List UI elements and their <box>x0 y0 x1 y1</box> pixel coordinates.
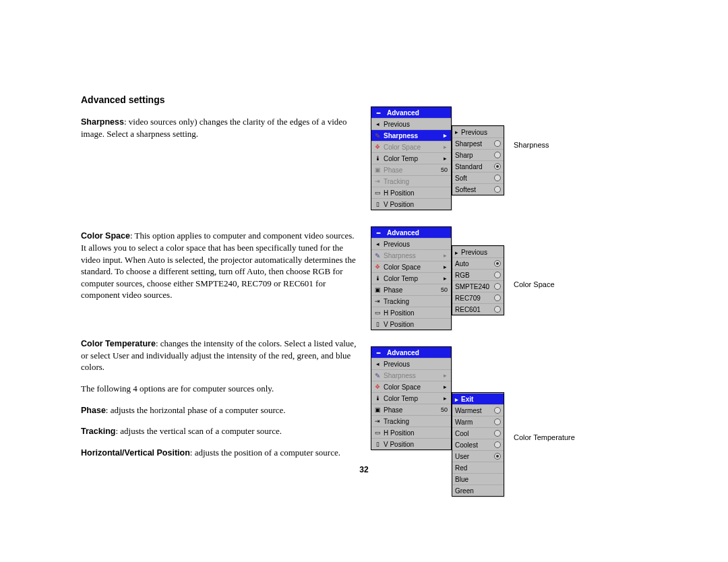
dots-icon <box>374 108 382 117</box>
menu-item-sharpness[interactable]: Sharpness <box>371 369 451 381</box>
menu-item-colortemp[interactable]: Color Temp <box>371 152 451 164</box>
menu-title: Advanced <box>371 347 451 358</box>
menu-item-colorspace[interactable]: Color Space <box>371 141 451 152</box>
submenu-option[interactable]: REC601 <box>452 303 504 315</box>
submenu-option[interactable]: Auto <box>452 257 504 269</box>
vpos-icon <box>373 320 382 328</box>
submenu-option[interactable]: SMPTE240 <box>452 280 504 292</box>
tracking-icon <box>373 177 382 185</box>
menu-item-sharpness[interactable]: Sharpness <box>371 249 451 261</box>
submenu-option[interactable]: RGB <box>452 269 504 280</box>
paragraph-colortemp: Color Temperature: changes the intensity… <box>81 338 357 373</box>
radio-icon <box>494 418 501 425</box>
paragraph-sharpness: Sharpness: video sources only) changes t… <box>81 116 357 139</box>
caret-right-icon <box>441 132 449 139</box>
radio-icon <box>494 260 501 267</box>
menu-item-phase[interactable]: Phase50 <box>371 284 451 295</box>
radio-icon <box>494 283 501 290</box>
tracking-icon <box>373 297 382 305</box>
submenu-option[interactable]: REC709 <box>452 292 504 303</box>
submenu-option[interactable]: Blue <box>452 473 504 485</box>
pen-icon <box>373 371 382 379</box>
caret-left-icon <box>373 120 382 128</box>
term-colorspace: Color Space <box>81 231 130 241</box>
radio-icon <box>494 453 501 460</box>
submenu-option[interactable]: Warmest <box>452 404 504 416</box>
submenu-option[interactable]: Softest <box>452 183 504 195</box>
menu-item-colorspace[interactable]: Color Space <box>371 261 451 272</box>
caret-right-icon <box>441 275 449 282</box>
submenu-option[interactable]: Standard <box>452 160 504 172</box>
figure-column: Advanced Previous Sharpness Color Space … <box>371 94 667 513</box>
caret-right-icon <box>441 263 449 270</box>
submenu-option[interactable]: Coolest <box>452 439 504 450</box>
caret-right-icon <box>441 383 449 390</box>
menu-item-vpos[interactable]: V Position <box>371 438 451 449</box>
radio-icon <box>494 441 501 448</box>
submenu-option[interactable]: Sharp <box>452 149 504 160</box>
caption-colorspace: Color Space <box>514 280 555 288</box>
paragraph-hvpos: Horizontal/Vertical Position: adjusts th… <box>81 447 357 459</box>
menu-item-hpos[interactable]: H Position <box>371 187 451 198</box>
caret-right-icon <box>441 144 449 150</box>
menu-title: Advanced <box>371 107 451 118</box>
menu-item-phase[interactable]: Phase50 <box>371 404 451 415</box>
submenu-option[interactable]: Green <box>452 485 504 496</box>
caret-right-icon <box>441 252 449 259</box>
menu-item-vpos[interactable]: V Position <box>371 318 451 330</box>
radio-icon <box>494 186 501 193</box>
radio-icon <box>494 407 501 414</box>
menu-item-previous[interactable]: Previous <box>371 238 451 249</box>
radio-icon <box>494 152 501 158</box>
thermometer-icon <box>373 154 382 162</box>
colortemp-submenu: Exit Warmest Warm Cool Coolest User Red … <box>452 392 504 497</box>
menu-item-hpos[interactable]: H Position <box>371 427 451 438</box>
submenu-option[interactable]: User <box>452 450 504 462</box>
menu-item-colorspace[interactable]: Color Space <box>371 381 451 392</box>
submenu-option[interactable]: Sharpest <box>452 137 504 149</box>
vpos-icon <box>373 440 382 448</box>
submenu-option[interactable]: Warm <box>452 416 504 427</box>
advanced-menu-1: Advanced Previous Sharpness Color Space … <box>371 106 452 210</box>
menu-item-tracking[interactable]: Tracking <box>371 175 451 187</box>
paragraph-following: The following 4 options are for computer… <box>81 383 357 395</box>
submenu-option[interactable]: Soft <box>452 172 504 183</box>
phase-icon <box>373 406 382 414</box>
menu-item-vpos[interactable]: V Position <box>371 198 451 210</box>
menu-item-colortemp[interactable]: Color Temp <box>371 272 451 284</box>
submenu-exit[interactable]: Exit <box>452 393 504 404</box>
thermometer-icon <box>373 394 382 402</box>
hpos-icon <box>373 189 382 197</box>
vpos-icon <box>373 200 382 208</box>
menu-item-previous[interactable]: Previous <box>371 118 451 129</box>
page-heading: Advanced settings <box>81 94 357 105</box>
palette-icon <box>373 263 382 271</box>
radio-icon <box>494 294 501 301</box>
submenu-option[interactable]: Cool <box>452 427 504 439</box>
caret-left-icon <box>373 240 382 248</box>
phase-icon <box>373 286 382 294</box>
caret-left-icon <box>373 360 382 368</box>
menu-item-previous[interactable]: Previous <box>371 358 451 369</box>
hpos-icon <box>373 309 382 317</box>
sharpness-submenu: Previous Sharpest Sharp Standard Soft So… <box>452 125 504 195</box>
menu-item-tracking[interactable]: Tracking <box>371 415 451 427</box>
menu-item-sharpness[interactable]: Sharpness <box>371 129 451 141</box>
page-number: 32 <box>0 465 728 474</box>
menu-item-hpos[interactable]: H Position <box>371 307 451 318</box>
term-sharpness: Sharpness <box>81 117 124 127</box>
menu-item-phase[interactable]: Phase50 <box>371 164 451 175</box>
submenu-previous[interactable]: Previous <box>452 126 504 137</box>
pen-icon <box>373 131 382 139</box>
dots-icon <box>374 228 382 237</box>
paragraph-phase: Phase: adjusts the horizontal phase of a… <box>81 404 357 416</box>
palette-icon <box>373 383 382 391</box>
radio-icon <box>494 430 501 437</box>
radio-icon <box>494 306 501 313</box>
submenu-previous[interactable]: Previous <box>452 246 504 257</box>
colorspace-submenu: Previous Auto RGB SMPTE240 REC709 REC601 <box>452 245 504 315</box>
dots-icon <box>374 348 382 356</box>
menu-item-tracking[interactable]: Tracking <box>371 295 451 307</box>
advanced-menu-3: Advanced Previous Sharpness Color Space … <box>371 346 452 450</box>
menu-item-colortemp[interactable]: Color Temp <box>371 392 451 404</box>
